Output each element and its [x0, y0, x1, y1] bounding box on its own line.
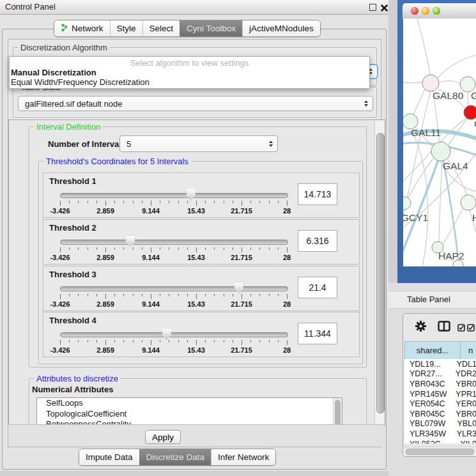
- tab-select[interactable]: Select: [142, 20, 180, 36]
- num-intervals-combobox[interactable]: 5: [119, 135, 278, 152]
- table-row[interactable]: YPR145WYPR1: [404, 389, 476, 399]
- numerical-attributes-list[interactable]: SelfLoopsTopologicalCoefficientBetweenne…: [36, 397, 342, 426]
- control-panel-titlebar[interactable]: Control Panel: [0, 0, 388, 15]
- tick-label: 9.144: [142, 207, 160, 215]
- table-row[interactable]: YDR27...YDR2: [404, 369, 476, 380]
- table-row[interactable]: YBR045CYBR0: [404, 409, 476, 419]
- tick-mark: [96, 247, 97, 250]
- table-panel-titlebar[interactable]: Table Panel: [388, 291, 476, 309]
- zoom-traffic-light-icon[interactable]: [433, 7, 440, 15]
- split-table-icon[interactable]: [438, 321, 450, 334]
- threshold-value-field[interactable]: 21.4: [298, 277, 337, 298]
- float-window-icon[interactable]: [369, 4, 376, 11]
- tick-mark: [269, 247, 270, 250]
- checkbox-checked-icon[interactable]: [457, 323, 465, 334]
- tab-cyni-toolbox[interactable]: Cyni Toolbox: [180, 20, 242, 36]
- cyni-tab-bar: NetworkStyleSelectCyni ToolboxjActiveMNo…: [54, 20, 321, 37]
- threshold-value-field[interactable]: 14.713: [298, 183, 337, 205]
- list-item[interactable]: SelfLoops: [37, 398, 342, 409]
- slider-track[interactable]: [60, 193, 288, 198]
- tick-mark: [160, 294, 160, 296]
- popup-item-manual-discretization[interactable]: Manual Discretization: [11, 68, 96, 77]
- tick-mark: [123, 294, 124, 296]
- tick-mark: [205, 247, 206, 250]
- tick-mark: [178, 201, 179, 203]
- slider-thumb[interactable]: [186, 189, 196, 201]
- tick-mark: [169, 247, 169, 250]
- tick-mark: [287, 247, 288, 252]
- minimize-traffic-light-icon[interactable]: [422, 7, 429, 15]
- slider-track[interactable]: [60, 286, 288, 291]
- table-row[interactable]: YIL052CYIL0: [404, 439, 476, 443]
- tick-mark: [214, 247, 215, 250]
- tick-label: 2.859: [96, 300, 114, 308]
- table-row[interactable]: YBL079WYBL0: [404, 419, 476, 429]
- list-scrollbar[interactable]: [333, 398, 342, 426]
- tick-mark: [242, 340, 242, 345]
- threshold-slider[interactable]: -3.4262.8599.14415.4321.71528: [60, 283, 287, 307]
- tick-mark: [278, 201, 279, 203]
- tab-discretize-data[interactable]: Discretize Data: [139, 449, 211, 465]
- slider-thumb[interactable]: [234, 282, 244, 294]
- node-red-selected[interactable]: [464, 105, 476, 119]
- table-data-combobox[interactable]: galFiltered.sif default node: [18, 96, 373, 111]
- slider-thumb[interactable]: [126, 236, 135, 247]
- horizontal-scrollbar[interactable]: [403, 447, 476, 456]
- tab-label: Style: [117, 24, 136, 33]
- vertical-scrollbar[interactable]: [374, 120, 385, 425]
- table-row[interactable]: YBR043CYBR0: [404, 379, 476, 389]
- node-right[interactable]: [461, 195, 476, 210]
- tick-mark: [278, 340, 279, 342]
- threshold-slider[interactable]: -3.4262.8599.14415.4321.71528: [60, 329, 287, 353]
- threshold-slider[interactable]: -3.4262.8599.14415.4321.71528: [60, 236, 287, 261]
- node-gcy1[interactable]: [403, 197, 411, 210]
- tick-mark: [187, 247, 188, 250]
- table-row[interactable]: YLR345WYLR3: [404, 429, 476, 439]
- network-window-titlebar[interactable]: [403, 3, 476, 19]
- tick-label: 28: [283, 207, 291, 215]
- column-header-label: shared...: [417, 346, 449, 355]
- table-cell-name: YPR1: [456, 390, 476, 399]
- popup-placeholder: Select algorithm to view settings: [10, 58, 369, 68]
- threshold-slider[interactable]: -3.4262.8599.14415.4321.71528: [60, 190, 287, 214]
- tick-mark: [88, 294, 88, 296]
- tab-infer-network[interactable]: Infer Network: [211, 449, 275, 465]
- table-row[interactable]: YER054CYER0: [404, 399, 476, 409]
- tick-mark: [114, 340, 115, 342]
- tick-mark: [214, 294, 215, 296]
- threshold-value-field[interactable]: 6.316: [298, 230, 337, 252]
- slider-track[interactable]: [60, 240, 288, 245]
- table-column-header-shared[interactable]: shared...: [404, 341, 461, 360]
- close-traffic-light-icon[interactable]: [411, 7, 418, 15]
- close-icon[interactable]: [380, 3, 388, 12]
- tab-style[interactable]: Style: [110, 20, 142, 36]
- tick-mark: [151, 340, 151, 345]
- tick-mark: [105, 294, 106, 299]
- list-item[interactable]: TopologicalCoefficient: [37, 409, 342, 420]
- tick-mark: [69, 247, 70, 250]
- list-scrollbar-thumb[interactable]: [335, 400, 341, 426]
- tick-mark: [78, 340, 79, 342]
- table-cell-name: YDR2: [456, 369, 476, 378]
- slider-thumb[interactable]: [162, 328, 171, 340]
- table-column-header-name[interactable]: n: [460, 341, 476, 360]
- slider-track[interactable]: [60, 332, 288, 337]
- tick-mark: [178, 340, 179, 342]
- tab-impute-data[interactable]: Impute Data: [79, 449, 139, 465]
- tab-network[interactable]: Network: [54, 20, 110, 36]
- apply-button[interactable]: Apply: [145, 430, 181, 444]
- gear-icon[interactable]: [415, 320, 427, 335]
- node-gal80[interactable]: [422, 75, 439, 91]
- checkbox-checked-icon[interactable]: [467, 323, 475, 334]
- vertical-scrollbar-thumb[interactable]: [376, 133, 385, 413]
- node-gal4[interactable]: [431, 142, 450, 161]
- tab-jactivemnodules[interactable]: jActiveMNodules: [242, 20, 320, 36]
- table-cell-name: YBR0: [456, 380, 476, 388]
- table-row[interactable]: YDL19...YDL1: [404, 359, 476, 369]
- tick-mark: [114, 247, 115, 250]
- threshold-value-field[interactable]: 11.344: [298, 323, 337, 344]
- tick-mark: [169, 201, 169, 203]
- horizontal-scrollbar-thumb[interactable]: [406, 449, 474, 455]
- popup-item-equal-width-frequency-discretization[interactable]: Equal Width/Frequency Discretization: [11, 77, 150, 87]
- network-canvas[interactable]: GAL80 G C GAL11 GAL4 GCY1 H HAP2: [403, 19, 476, 266]
